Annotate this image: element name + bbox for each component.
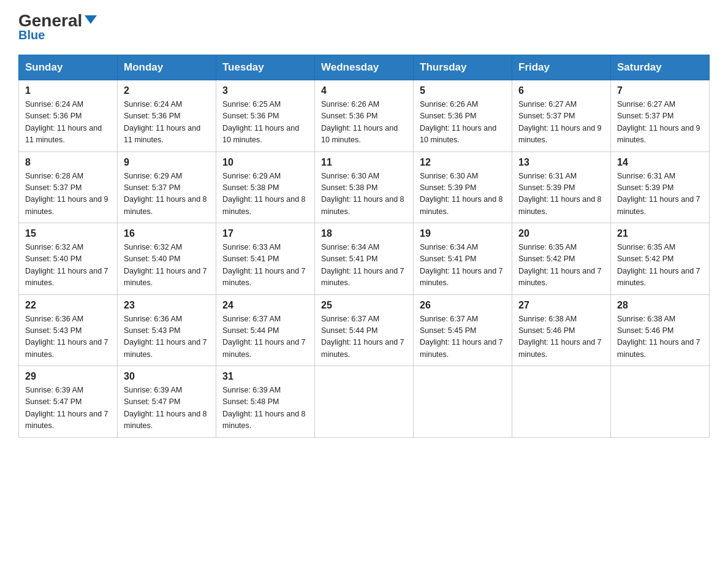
day-number: 8 <box>25 157 111 168</box>
header-saturday: Saturday <box>611 55 710 80</box>
day-number: 2 <box>124 85 210 96</box>
day-info: Sunrise: 6:31 AMSunset: 5:39 PMDaylight:… <box>518 172 602 216</box>
day-number: 18 <box>321 228 407 239</box>
header-thursday: Thursday <box>414 55 512 80</box>
week-row-2: 8 Sunrise: 6:28 AMSunset: 5:37 PMDayligh… <box>19 151 710 223</box>
day-number: 5 <box>420 85 506 96</box>
day-number: 14 <box>617 157 703 168</box>
day-cell-20: 20 Sunrise: 6:35 AMSunset: 5:42 PMDaylig… <box>512 223 611 295</box>
day-number: 22 <box>25 300 111 311</box>
day-number: 30 <box>124 371 210 382</box>
day-cell-31: 31 Sunrise: 6:39 AMSunset: 5:48 PMDaylig… <box>216 366 315 438</box>
day-number: 20 <box>518 228 604 239</box>
week-row-4: 22 Sunrise: 6:36 AMSunset: 5:43 PMDaylig… <box>19 294 710 366</box>
day-info: Sunrise: 6:35 AMSunset: 5:42 PMDaylight:… <box>518 243 602 287</box>
day-number: 26 <box>420 300 506 311</box>
day-number: 25 <box>321 300 407 311</box>
logo-triangle-icon <box>85 15 97 24</box>
day-cell-29: 29 Sunrise: 6:39 AMSunset: 5:47 PMDaylig… <box>19 366 118 438</box>
day-info: Sunrise: 6:32 AMSunset: 5:40 PMDaylight:… <box>25 243 108 287</box>
day-cell-22: 22 Sunrise: 6:36 AMSunset: 5:43 PMDaylig… <box>19 294 118 366</box>
day-info: Sunrise: 6:26 AMSunset: 5:36 PMDaylight:… <box>420 100 496 144</box>
day-cell-18: 18 Sunrise: 6:34 AMSunset: 5:41 PMDaylig… <box>315 223 414 295</box>
day-number: 24 <box>222 300 308 311</box>
day-cell-14: 14 Sunrise: 6:31 AMSunset: 5:39 PMDaylig… <box>611 151 710 223</box>
day-number: 28 <box>617 300 703 311</box>
empty-cell-w4-c5 <box>512 366 611 438</box>
day-cell-28: 28 Sunrise: 6:38 AMSunset: 5:46 PMDaylig… <box>611 294 710 366</box>
empty-cell-w4-c4 <box>414 366 512 438</box>
day-cell-9: 9 Sunrise: 6:29 AMSunset: 5:37 PMDayligh… <box>118 151 216 223</box>
day-cell-21: 21 Sunrise: 6:35 AMSunset: 5:42 PMDaylig… <box>611 223 710 295</box>
day-cell-25: 25 Sunrise: 6:37 AMSunset: 5:44 PMDaylig… <box>315 294 414 366</box>
week-row-3: 15 Sunrise: 6:32 AMSunset: 5:40 PMDaylig… <box>19 223 710 295</box>
day-info: Sunrise: 6:27 AMSunset: 5:37 PMDaylight:… <box>518 100 602 144</box>
day-cell-7: 7 Sunrise: 6:27 AMSunset: 5:37 PMDayligh… <box>611 80 710 152</box>
day-info: Sunrise: 6:34 AMSunset: 5:41 PMDaylight:… <box>321 243 404 287</box>
day-info: Sunrise: 6:29 AMSunset: 5:38 PMDaylight:… <box>222 172 306 216</box>
day-number: 23 <box>124 300 210 311</box>
day-number: 11 <box>321 157 407 168</box>
day-cell-27: 27 Sunrise: 6:38 AMSunset: 5:46 PMDaylig… <box>512 294 611 366</box>
day-number: 6 <box>518 85 604 96</box>
day-number: 7 <box>617 85 703 96</box>
day-number: 15 <box>25 228 111 239</box>
week-row-1: 1 Sunrise: 6:24 AMSunset: 5:36 PMDayligh… <box>19 80 710 152</box>
day-info: Sunrise: 6:36 AMSunset: 5:43 PMDaylight:… <box>25 315 108 359</box>
day-info: Sunrise: 6:39 AMSunset: 5:47 PMDaylight:… <box>124 386 207 430</box>
day-info: Sunrise: 6:37 AMSunset: 5:45 PMDaylight:… <box>420 315 503 359</box>
day-info: Sunrise: 6:31 AMSunset: 5:39 PMDaylight:… <box>617 172 700 216</box>
day-number: 9 <box>124 157 210 168</box>
day-cell-12: 12 Sunrise: 6:30 AMSunset: 5:39 PMDaylig… <box>414 151 512 223</box>
day-cell-16: 16 Sunrise: 6:32 AMSunset: 5:40 PMDaylig… <box>118 223 216 295</box>
empty-cell-w4-c6 <box>611 366 710 438</box>
day-number: 16 <box>124 228 210 239</box>
day-info: Sunrise: 6:24 AMSunset: 5:36 PMDaylight:… <box>25 100 102 144</box>
logo: General Blue <box>18 12 97 42</box>
day-cell-4: 4 Sunrise: 6:26 AMSunset: 5:36 PMDayligh… <box>315 80 414 152</box>
calendar-table: SundayMondayTuesdayWednesdayThursdayFrid… <box>18 55 710 438</box>
header-wednesday: Wednesday <box>315 55 414 80</box>
logo-text: General <box>18 12 97 29</box>
header-monday: Monday <box>118 55 216 80</box>
day-number: 12 <box>420 157 506 168</box>
weekday-header-row: SundayMondayTuesdayWednesdayThursdayFrid… <box>19 55 710 80</box>
day-cell-6: 6 Sunrise: 6:27 AMSunset: 5:37 PMDayligh… <box>512 80 611 152</box>
day-info: Sunrise: 6:38 AMSunset: 5:46 PMDaylight:… <box>518 315 602 359</box>
day-info: Sunrise: 6:28 AMSunset: 5:37 PMDaylight:… <box>25 172 108 216</box>
day-cell-1: 1 Sunrise: 6:24 AMSunset: 5:36 PMDayligh… <box>19 80 118 152</box>
day-info: Sunrise: 6:34 AMSunset: 5:41 PMDaylight:… <box>420 243 503 287</box>
week-row-5: 29 Sunrise: 6:39 AMSunset: 5:47 PMDaylig… <box>19 366 710 438</box>
day-info: Sunrise: 6:39 AMSunset: 5:48 PMDaylight:… <box>222 386 306 430</box>
day-number: 27 <box>518 300 604 311</box>
empty-cell-w4-c3 <box>315 366 414 438</box>
day-info: Sunrise: 6:36 AMSunset: 5:43 PMDaylight:… <box>124 315 207 359</box>
day-number: 19 <box>420 228 506 239</box>
day-info: Sunrise: 6:30 AMSunset: 5:39 PMDaylight:… <box>420 172 503 216</box>
day-cell-26: 26 Sunrise: 6:37 AMSunset: 5:45 PMDaylig… <box>414 294 512 366</box>
day-number: 3 <box>222 85 308 96</box>
day-info: Sunrise: 6:37 AMSunset: 5:44 PMDaylight:… <box>222 315 306 359</box>
day-info: Sunrise: 6:26 AMSunset: 5:36 PMDaylight:… <box>321 100 398 144</box>
logo-blue-text: Blue <box>18 28 45 42</box>
day-number: 29 <box>25 371 111 382</box>
day-cell-11: 11 Sunrise: 6:30 AMSunset: 5:38 PMDaylig… <box>315 151 414 223</box>
day-cell-19: 19 Sunrise: 6:34 AMSunset: 5:41 PMDaylig… <box>414 223 512 295</box>
day-cell-30: 30 Sunrise: 6:39 AMSunset: 5:47 PMDaylig… <box>118 366 216 438</box>
day-info: Sunrise: 6:25 AMSunset: 5:36 PMDaylight:… <box>222 100 299 144</box>
page-header: General Blue <box>18 12 710 42</box>
day-cell-10: 10 Sunrise: 6:29 AMSunset: 5:38 PMDaylig… <box>216 151 315 223</box>
day-info: Sunrise: 6:27 AMSunset: 5:37 PMDaylight:… <box>617 100 700 144</box>
day-number: 13 <box>518 157 604 168</box>
day-cell-3: 3 Sunrise: 6:25 AMSunset: 5:36 PMDayligh… <box>216 80 315 152</box>
day-cell-8: 8 Sunrise: 6:28 AMSunset: 5:37 PMDayligh… <box>19 151 118 223</box>
day-number: 21 <box>617 228 703 239</box>
day-info: Sunrise: 6:35 AMSunset: 5:42 PMDaylight:… <box>617 243 700 287</box>
day-info: Sunrise: 6:39 AMSunset: 5:47 PMDaylight:… <box>25 386 108 430</box>
day-number: 1 <box>25 85 111 96</box>
day-info: Sunrise: 6:38 AMSunset: 5:46 PMDaylight:… <box>617 315 700 359</box>
day-number: 4 <box>321 85 407 96</box>
header-tuesday: Tuesday <box>216 55 315 80</box>
day-cell-15: 15 Sunrise: 6:32 AMSunset: 5:40 PMDaylig… <box>19 223 118 295</box>
day-number: 10 <box>222 157 308 168</box>
